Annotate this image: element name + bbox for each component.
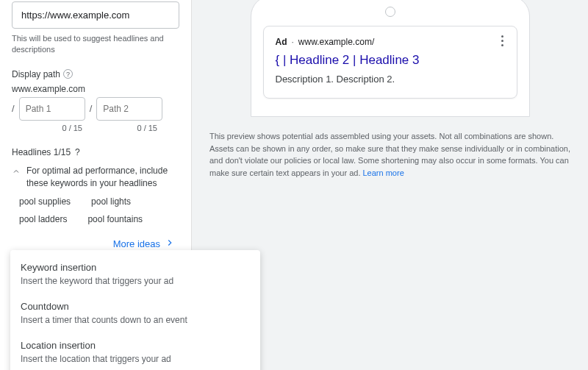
help-icon[interactable]: ? — [75, 147, 80, 157]
final-url-input[interactable] — [12, 1, 179, 29]
ad-badge: Ad — [276, 37, 287, 47]
chevron-right-icon — [165, 238, 175, 250]
dropdown-item-title: Keyword insertion — [21, 262, 250, 273]
ad-headline: { | Headline 2 | Headline 3 — [276, 53, 505, 68]
preview-disclaimer: This preview shows potential ads assembl… — [209, 130, 570, 179]
display-path-base: www.example.com — [12, 84, 179, 94]
help-icon[interactable]: ? — [63, 69, 73, 79]
dropdown-item-keyword-insertion[interactable]: Keyword insertion Insert the keyword tha… — [10, 255, 260, 293]
dropdown-item-countdown[interactable]: Countdown Insert a timer that counts dow… — [10, 293, 260, 332]
keyword-suggestion[interactable]: pool ladders — [19, 214, 67, 224]
device-camera-icon — [385, 7, 395, 17]
headlines-label: Headlines 1/15 — [12, 147, 71, 157]
more-ideas-label: More ideas — [113, 238, 160, 249]
dropdown-item-desc: Insert a timer that counts down to an ev… — [21, 315, 250, 325]
dropdown-item-desc: Insert the keyword that triggers your ad — [21, 276, 250, 286]
keyword-suggestion[interactable]: pool supplies — [19, 196, 71, 207]
ad-domain: www.example.com/ — [298, 37, 374, 47]
kebab-icon[interactable] — [496, 35, 509, 46]
keyword-hint-text: For optimal ad performance, include thes… — [26, 165, 179, 190]
path2-input[interactable] — [96, 97, 162, 121]
slash-separator: / — [12, 103, 15, 114]
dropdown-item-title: Countdown — [21, 301, 250, 312]
ad-preview-card: Ad · www.example.com/ { | Headline 2 | H… — [263, 26, 517, 99]
dot-separator: · — [292, 37, 294, 47]
device-preview-frame: Ad · www.example.com/ { | Headline 2 | H… — [251, 0, 530, 117]
learn-more-link[interactable]: Learn more — [363, 168, 404, 177]
more-ideas-link[interactable]: More ideas — [12, 238, 179, 250]
display-path-label: Display path — [12, 69, 60, 79]
path2-counter: 0 / 15 — [87, 124, 157, 132]
customizer-dropdown: Keyword insertion Insert the keyword tha… — [10, 250, 260, 370]
dropdown-item-location-insertion[interactable]: Location insertion Insert the location t… — [10, 332, 260, 370]
path1-counter: 0 / 15 — [12, 124, 82, 132]
ad-description: Description 1. Description 2. — [276, 74, 505, 85]
keyword-suggestion[interactable]: pool lights — [91, 196, 131, 207]
final-url-help: This will be used to suggest headlines a… — [12, 33, 179, 56]
dropdown-item-title: Location insertion — [21, 340, 250, 351]
dropdown-item-desc: Insert the location that triggers your a… — [21, 354, 250, 364]
collapse-icon[interactable] — [12, 166, 21, 177]
keyword-suggestion[interactable]: pool fountains — [87, 214, 143, 224]
path1-input[interactable] — [19, 97, 85, 121]
slash-separator: / — [90, 103, 93, 114]
